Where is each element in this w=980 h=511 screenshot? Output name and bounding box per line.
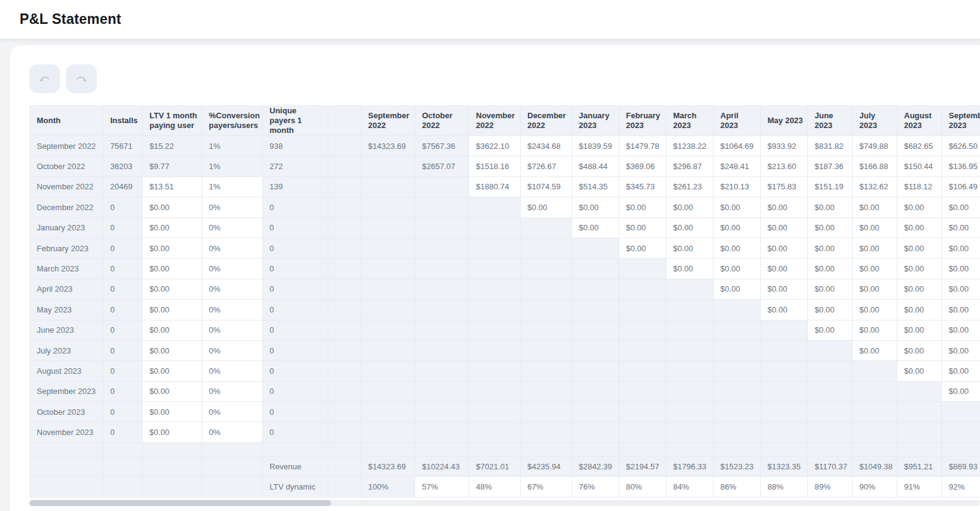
cell-ltv[interactable]: $0.00 — [143, 422, 202, 442]
cell-revenue-value[interactable]: $2842.39 — [572, 456, 619, 476]
cell-spacer[interactable] — [328, 402, 361, 422]
cell-monthly-value[interactable] — [666, 381, 714, 401]
cell-month[interactable]: August 2023 — [30, 361, 104, 381]
cell-monthly-value[interactable]: $261.23 — [666, 176, 714, 197]
cell-conversion[interactable]: 0% — [202, 340, 263, 360]
cell-ltv[interactable]: $0.00 — [143, 381, 202, 401]
cell-installs[interactable]: 0 — [104, 402, 143, 422]
cell-ltv[interactable]: $0.00 — [143, 279, 202, 299]
cell-monthly-value[interactable] — [415, 361, 469, 381]
horizontal-scrollbar-thumb[interactable] — [29, 500, 331, 506]
cell-monthly-value[interactable]: $0.00 — [897, 300, 942, 320]
cell-ltv[interactable]: $9.77 — [143, 156, 202, 176]
cell-monthly-value[interactable]: $1074.59 — [521, 176, 572, 197]
cell-empty[interactable] — [328, 442, 361, 456]
cell-monthly-value[interactable] — [572, 381, 619, 401]
cell-ltv[interactable]: $0.00 — [143, 402, 202, 422]
cell-monthly-value[interactable]: $1880.74 — [469, 176, 521, 197]
cell-monthly-value[interactable] — [572, 361, 619, 381]
cell-monthly-value[interactable]: $0.00 — [808, 300, 853, 320]
cell-monthly-value[interactable] — [761, 320, 808, 340]
cell-spacer[interactable] — [328, 259, 361, 279]
cell-month[interactable]: September 2022 — [30, 136, 104, 156]
cell-month[interactable]: June 2023 — [30, 320, 104, 340]
cell-conversion[interactable]: 0% — [202, 320, 263, 340]
cell-monthly-value[interactable]: $2434.68 — [521, 136, 572, 156]
cell-unique-payers[interactable]: 0 — [263, 197, 328, 218]
cell-monthly-value[interactable] — [714, 361, 761, 381]
cell-monthly-value[interactable] — [469, 340, 521, 360]
cell-monthly-value[interactable] — [572, 340, 619, 360]
cell-unique-payers[interactable]: 272 — [263, 156, 328, 176]
cell-installs[interactable]: 0 — [104, 259, 143, 279]
cell-monthly-value[interactable]: $118.12 — [897, 176, 942, 197]
cell-monthly-value[interactable]: $175.83 — [761, 176, 808, 197]
cell-empty[interactable] — [30, 456, 104, 476]
cell-unique-payers[interactable]: 0 — [263, 320, 328, 340]
cell-monthly-value[interactable]: $831.82 — [808, 136, 853, 156]
cell-monthly-value[interactable]: $187.36 — [808, 156, 853, 176]
cell-monthly-value[interactable]: $0.00 — [714, 279, 761, 299]
cell-empty[interactable] — [143, 477, 202, 497]
cell-spacer[interactable] — [328, 156, 361, 176]
cell-month[interactable]: January 2023 — [30, 218, 104, 238]
cell-monthly-value[interactable]: $0.00 — [808, 320, 853, 340]
cell-ltv-dynamic-value[interactable]: 48% — [469, 477, 521, 497]
cell-monthly-value[interactable]: $0.00 — [761, 259, 808, 279]
cell-monthly-value[interactable]: $0.00 — [666, 197, 714, 218]
cell-monthly-value[interactable] — [469, 320, 521, 340]
cell-spacer[interactable] — [328, 197, 361, 218]
cell-monthly-value[interactable] — [619, 381, 666, 401]
cell-ltv[interactable]: $15.22 — [143, 136, 202, 156]
cell-empty[interactable] — [666, 442, 714, 456]
cell-monthly-value[interactable] — [521, 340, 572, 360]
cell-month[interactable]: May 2023 — [30, 300, 104, 320]
cell-monthly-value[interactable]: $0.00 — [808, 279, 853, 299]
cell-monthly-value[interactable] — [415, 381, 469, 401]
cell-monthly-value[interactable]: $0.00 — [942, 300, 980, 320]
cell-unique-payers[interactable]: 0 — [263, 361, 328, 381]
cell-monthly-value[interactable] — [619, 300, 666, 320]
cell-monthly-value[interactable]: $0.00 — [942, 259, 980, 279]
cell-monthly-value[interactable] — [415, 402, 469, 422]
cell-monthly-value[interactable]: $0.00 — [942, 197, 980, 218]
cell-monthly-value[interactable]: $0.00 — [572, 197, 619, 218]
cell-monthly-value[interactable]: $0.00 — [714, 238, 761, 258]
cell-empty[interactable] — [808, 442, 853, 456]
cell-monthly-value[interactable] — [415, 197, 469, 218]
cell-ltv-dynamic-value[interactable]: 90% — [853, 477, 897, 497]
cell-monthly-value[interactable] — [521, 381, 572, 401]
cell-monthly-value[interactable] — [572, 259, 619, 279]
undo-button[interactable] — [29, 64, 60, 93]
cell-conversion[interactable]: 0% — [202, 238, 263, 258]
cell-ltv-dynamic-value[interactable]: 57% — [415, 477, 469, 497]
cell-monthly-value[interactable]: $726.67 — [521, 156, 572, 176]
cell-installs[interactable]: 0 — [104, 340, 143, 360]
cell-unique-payers[interactable]: 0 — [263, 279, 328, 299]
cell-monthly-value[interactable] — [469, 238, 521, 258]
cell-monthly-value[interactable] — [666, 279, 714, 299]
cell-unique-payers[interactable]: 0 — [263, 238, 328, 258]
cell-empty[interactable] — [415, 442, 469, 456]
cell-monthly-value[interactable]: $0.00 — [619, 197, 666, 218]
cell-conversion[interactable]: 1% — [202, 176, 263, 197]
cell-month[interactable]: March 2023 — [30, 259, 104, 279]
cell-monthly-value[interactable] — [714, 402, 761, 422]
cell-installs[interactable]: 0 — [104, 422, 143, 442]
cell-unique-payers[interactable]: 139 — [263, 176, 328, 197]
cell-monthly-value[interactable] — [619, 320, 666, 340]
cell-spacer[interactable] — [328, 279, 361, 299]
cell-monthly-value[interactable] — [361, 422, 415, 442]
cell-monthly-value[interactable]: $0.00 — [853, 279, 897, 299]
cell-monthly-value[interactable]: $3622.10 — [469, 136, 521, 156]
cell-monthly-value[interactable] — [666, 422, 714, 442]
cell-monthly-value[interactable]: $151.19 — [808, 176, 853, 197]
cell-monthly-value[interactable] — [666, 320, 714, 340]
cell-monthly-value[interactable] — [761, 381, 808, 401]
cell-empty[interactable] — [202, 456, 263, 476]
cell-monthly-value[interactable]: $213.60 — [761, 156, 808, 176]
cell-monthly-value[interactable]: $0.00 — [761, 197, 808, 218]
cell-revenue-value[interactable]: $14323.69 — [361, 456, 415, 476]
cell-monthly-value[interactable] — [415, 218, 469, 238]
cell-empty[interactable] — [202, 477, 263, 497]
